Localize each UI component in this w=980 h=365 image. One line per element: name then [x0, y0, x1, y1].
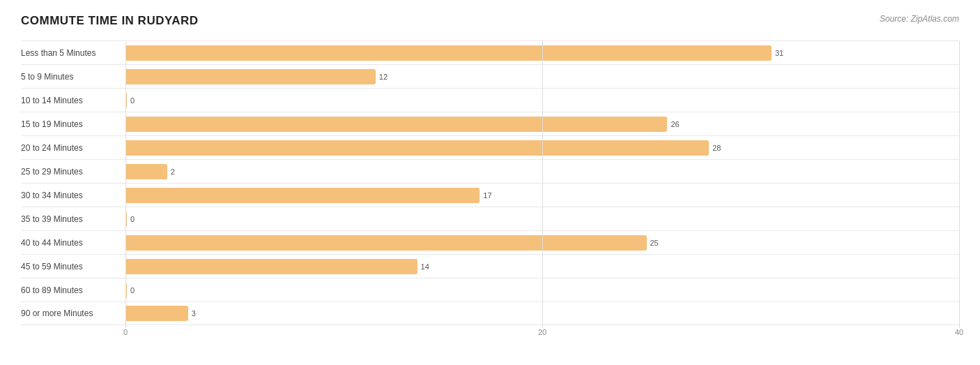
bar-row: 40 to 44 Minutes25 — [21, 230, 959, 254]
x-tick-label: 40 — [955, 328, 963, 336]
bar-container: 3 — [125, 302, 959, 325]
bar-fill — [125, 259, 418, 274]
bar-row: 5 to 9 Minutes12 — [21, 64, 959, 88]
bar-label: 60 to 89 Minutes — [21, 285, 125, 295]
bar-fill — [125, 45, 772, 61]
bar-row: 90 or more Minutes3 — [21, 301, 959, 325]
bar-container: 2 — [125, 160, 959, 183]
bar-label: 10 to 14 Minutes — [21, 96, 125, 105]
chart-title: COMMUTE TIME IN RUDYARD — [21, 14, 199, 28]
bar-row: 30 to 34 Minutes17 — [21, 183, 959, 207]
x-tick-label: 20 — [538, 328, 546, 336]
bar-row: Less than 5 Minutes31 — [21, 40, 959, 64]
bar-value-label: 14 — [421, 262, 429, 271]
bar-value-label: 28 — [712, 144, 721, 152]
bar-row: 20 to 24 Minutes28 — [21, 135, 959, 159]
bar-label: 25 to 29 Minutes — [21, 167, 125, 177]
bar-container: 26 — [125, 112, 959, 135]
bar-label: 45 to 59 Minutes — [21, 262, 125, 271]
bar-container: 17 — [125, 184, 959, 207]
source-text: Source: ZipAtlas.com — [880, 14, 959, 24]
bar-row: 15 to 19 Minutes26 — [21, 112, 959, 135]
bar-fill — [125, 69, 376, 84]
bar-container: 12 — [125, 65, 959, 88]
bar-label: Less than 5 Minutes — [21, 48, 125, 58]
bar-row: 60 to 89 Minutes0 — [21, 278, 959, 301]
bar-fill — [125, 188, 480, 203]
bar-value-label: 2 — [171, 167, 175, 176]
bar-label: 5 to 9 Minutes — [21, 72, 125, 82]
chart-area: Less than 5 Minutes315 to 9 Minutes1210 … — [21, 40, 959, 325]
bar-value-label: 0 — [130, 215, 135, 223]
bar-container: 28 — [125, 136, 959, 159]
x-tick-label: 0 — [123, 328, 128, 336]
bar-value-label: 0 — [130, 286, 135, 295]
bar-row: 25 to 29 Minutes2 — [21, 159, 959, 183]
bar-label: 35 to 39 Minutes — [21, 214, 125, 224]
bar-fill — [125, 140, 709, 156]
bar-container: 31 — [125, 41, 959, 64]
bar-fill — [125, 283, 127, 298]
bar-value-label: 12 — [379, 73, 388, 81]
bar-label: 15 to 19 Minutes — [21, 119, 125, 129]
bar-label: 90 or more Minutes — [21, 308, 125, 318]
bar-value-label: 17 — [483, 191, 491, 200]
bar-value-label: 25 — [650, 239, 659, 247]
bar-row: 35 to 39 Minutes0 — [21, 207, 959, 230]
bar-row: 10 to 14 Minutes0 — [21, 88, 959, 112]
bar-label: 40 to 44 Minutes — [21, 238, 125, 248]
bar-fill — [125, 164, 167, 179]
chart-wrapper: Less than 5 Minutes315 to 9 Minutes1210 … — [21, 40, 959, 342]
bar-value-label: 3 — [192, 309, 196, 318]
bar-value-label: 0 — [130, 96, 135, 105]
bar-container: 25 — [125, 231, 959, 254]
bar-container: 0 — [125, 278, 959, 301]
bar-fill — [125, 306, 188, 321]
x-axis: 02040 — [125, 328, 959, 342]
bar-fill — [125, 235, 647, 251]
bar-container: 0 — [125, 207, 959, 230]
bar-fill — [125, 117, 667, 132]
bar-fill — [125, 93, 127, 108]
bar-label: 20 to 24 Minutes — [21, 143, 125, 153]
bar-value-label: 26 — [671, 120, 679, 128]
bar-fill — [125, 211, 127, 227]
grid-line — [959, 40, 960, 328]
bar-value-label: 31 — [775, 49, 783, 57]
bar-container: 14 — [125, 255, 959, 278]
bar-container: 0 — [125, 89, 959, 112]
bar-row: 45 to 59 Minutes14 — [21, 254, 959, 278]
bar-label: 30 to 34 Minutes — [21, 191, 125, 200]
